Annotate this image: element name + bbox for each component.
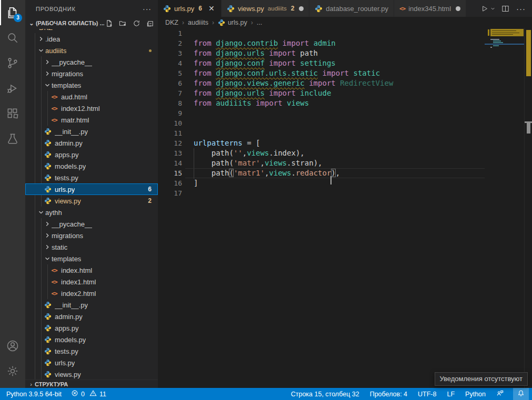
tree-file-index1-html[interactable]: <>index1.html — [25, 276, 158, 288]
tree-file-urls-py[interactable]: urls.py — [25, 357, 158, 368]
tree-folder--pycache-[interactable]: __pycache__ — [25, 218, 158, 230]
tree-file-models-py[interactable]: models.py — [25, 334, 158, 345]
tab-database-roouter-py[interactable]: database_roouter.py — [309, 0, 394, 17]
code-line-16[interactable]: 16] — [158, 178, 532, 188]
status-encoding[interactable]: UTF-8 — [417, 388, 437, 400]
code-line-4[interactable]: 4from django.conf import settings — [158, 58, 532, 68]
code-line-9[interactable]: 9 — [158, 108, 532, 118]
tree-file-apps-py[interactable]: apps.py — [25, 322, 158, 334]
close-icon[interactable]: ✕ — [207, 4, 216, 13]
activity-account-icon[interactable] — [0, 333, 25, 358]
code-line-content: from django.contrib import admin — [185, 38, 485, 48]
tree-file-aud-html[interactable]: <>aud.html — [25, 91, 158, 102]
code-line-3[interactable]: 3from django.urls import path — [158, 48, 532, 58]
tree-item-label: __pycache__ — [52, 58, 92, 66]
tree-file-admin-py[interactable]: admin.py — [25, 137, 158, 149]
tab-views-py[interactable]: views.pyaudiiits2 — [222, 0, 309, 17]
sidebar-more-actions-icon[interactable]: ··· — [143, 5, 152, 13]
tree-folder-aythh[interactable]: aythh — [25, 207, 158, 218]
new-file-icon[interactable] — [104, 18, 114, 28]
tree-folder--pycache-[interactable]: __pycache__ — [25, 56, 158, 68]
more-actions-icon[interactable]: ··· — [514, 2, 528, 15]
collapse-all-icon[interactable] — [145, 18, 155, 28]
workspace-section-header[interactable]: ⌄ (РАБОЧАЯ ОБЛАСТЬ) ... — [25, 17, 158, 29]
split-editor-icon[interactable] — [498, 2, 512, 15]
minimap[interactable] — [485, 28, 524, 388]
status-language-mode[interactable]: Python — [464, 388, 487, 400]
tree-folder-migrations[interactable]: migrations — [25, 230, 158, 241]
run-dropdown-chevron-icon[interactable] — [489, 2, 496, 15]
minimap-mark — [490, 47, 492, 48]
tree-file--init-py[interactable]: __init__.py — [25, 126, 158, 137]
tree-file-apps-py[interactable]: apps.py — [25, 149, 158, 160]
tree-file-models-py[interactable]: models.py — [25, 160, 158, 172]
code-line-13[interactable]: 13 path('',views.index), — [158, 148, 532, 158]
html-file-icon: <> — [49, 93, 59, 101]
tree-folder--idea[interactable]: .idea — [25, 33, 158, 45]
code-line-15[interactable]: 15 path('matr1',views.redactor), — [158, 168, 532, 178]
code-line-14[interactable]: 14 path('matr',views.stran), — [158, 158, 532, 168]
tree-item-label: .idea — [45, 35, 60, 43]
code-line-10[interactable]: 10 — [158, 118, 532, 128]
tree-file-index12-html[interactable]: <>index12.html — [25, 102, 158, 114]
tree-file--init-py[interactable]: __init__.py — [25, 299, 158, 311]
activity-search-icon[interactable] — [0, 25, 25, 50]
tab-urls-py[interactable]: urls.py6✕ — [158, 0, 222, 17]
tree-file-views-py[interactable]: views.py — [25, 368, 158, 380]
tree-file-views-py[interactable]: views.py2 — [25, 195, 158, 207]
breadcrumb-item[interactable]: DKZ — [165, 19, 178, 26]
code-line-content: ] — [185, 178, 485, 188]
modified-dot-icon[interactable] — [456, 6, 460, 11]
activity-source-control-icon[interactable] — [0, 50, 25, 76]
status-python-interpreter[interactable]: Python 3.9.5 64-bit — [5, 388, 63, 400]
code-line-content: from django.conf import settings — [185, 58, 485, 68]
tree-folder-static[interactable]: static — [25, 241, 158, 253]
tree-file-admin-py[interactable]: admin.py — [25, 311, 158, 322]
code-line-11[interactable]: 11 — [158, 128, 532, 138]
modified-dot-icon[interactable] — [299, 6, 304, 11]
status-notifications[interactable] — [513, 388, 529, 400]
status-feedback[interactable] — [495, 388, 505, 400]
activity-extensions-icon[interactable] — [0, 101, 25, 126]
breadcrumb-item[interactable]: urls.py — [218, 19, 247, 26]
code-line-17[interactable]: 17 — [158, 188, 532, 198]
status-bar-right: Строка 15, столбец 32Пробелов: 4UTF-8LFP… — [290, 388, 532, 400]
tab-index345-html[interactable]: <>index345.html — [394, 0, 466, 17]
tree-folder-dkz[interactable]: DKZ — [25, 29, 158, 33]
activity-run-debug-icon[interactable] — [0, 76, 25, 101]
tree-file-tests-py[interactable]: tests.py — [25, 345, 158, 357]
code-line-1[interactable]: 1 — [158, 28, 532, 38]
code-line-5[interactable]: 5from django.conf.urls.static import sta… — [158, 68, 532, 78]
overview-ruler[interactable] — [524, 28, 532, 388]
status-indentation[interactable]: Пробелов: 4 — [369, 388, 408, 400]
code-editor[interactable]: 12from django.contrib import admin3from … — [158, 28, 532, 388]
activity-testing-icon[interactable] — [0, 126, 25, 151]
code-line-7[interactable]: 7from django.urls import include — [158, 88, 532, 98]
tree-folder-audiiits[interactable]: audiiits — [25, 45, 158, 56]
python-file-icon — [43, 173, 53, 182]
status-cursor-position[interactable]: Строка 15, столбец 32 — [290, 388, 360, 400]
python-file-icon — [43, 312, 53, 321]
new-folder-icon[interactable] — [118, 18, 127, 28]
tree-file-tests-py[interactable]: tests.py — [25, 172, 158, 183]
code-line-8[interactable]: 8from audiiits import views — [158, 98, 532, 108]
code-line-12[interactable]: 12urlpatterns = [ — [158, 138, 532, 148]
tree-file-index-html[interactable]: <>index.html — [25, 264, 158, 276]
code-line-6[interactable]: 6from django.views.generic import Redire… — [158, 78, 532, 88]
tree-file-index2-html[interactable]: <>index2.html — [25, 288, 158, 299]
status-eol[interactable]: LF — [446, 388, 456, 400]
breadcrumb-item[interactable]: audiiits — [188, 19, 208, 26]
tree-folder-migrations[interactable]: migrations — [25, 68, 158, 79]
tree-item-label: index1.html — [61, 278, 96, 286]
code-line-2[interactable]: 2from django.contrib import admin — [158, 38, 532, 48]
tree-file-matr-html[interactable]: <>matr.html — [25, 114, 158, 126]
outline-section-header[interactable]: › СТРУКТУРА — [25, 380, 158, 388]
activity-settings-gear-icon[interactable] — [0, 358, 25, 384]
tree-folder-templates[interactable]: templates — [25, 79, 158, 91]
breadcrumb-item[interactable]: ... — [257, 19, 262, 26]
tree-file-urls-py[interactable]: urls.py6 — [25, 183, 158, 195]
tree-folder-templates[interactable]: templates — [25, 253, 158, 264]
status-problems[interactable]: 011 — [70, 388, 107, 400]
refresh-icon[interactable] — [132, 18, 141, 28]
activity-explorer-icon[interactable]: 3 — [0, 0, 25, 25]
